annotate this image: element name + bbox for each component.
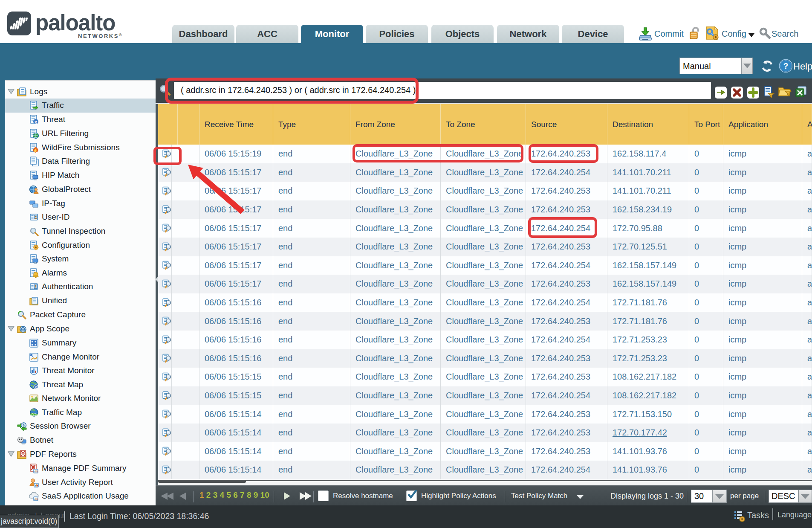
svg-text:x: x (35, 385, 37, 389)
svg-text:?: ? (783, 61, 789, 70)
svg-text:x: x (35, 119, 38, 124)
svg-text:A: A (22, 452, 24, 455)
